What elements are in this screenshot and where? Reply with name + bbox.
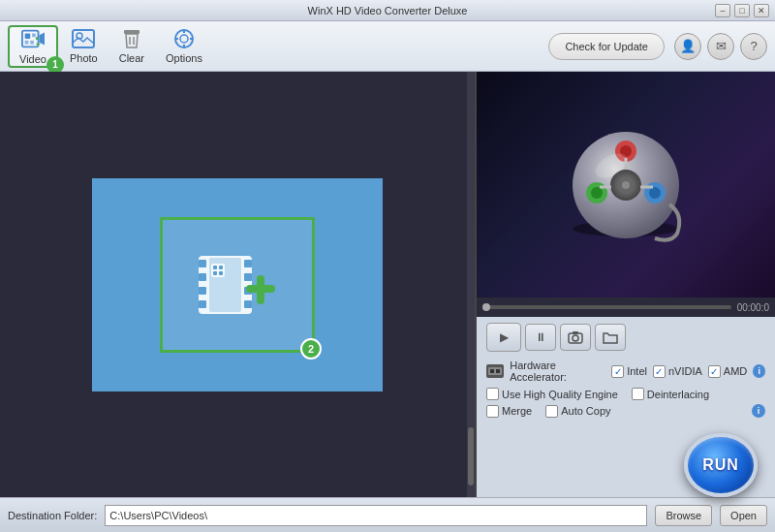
pause-button[interactable]: ⏸	[525, 324, 556, 351]
folder-button[interactable]	[595, 324, 626, 351]
svg-rect-28	[219, 271, 223, 275]
left-panel: 2	[0, 72, 475, 497]
options-icon	[172, 28, 196, 49]
browse-button[interactable]: Browse	[655, 505, 712, 526]
deinterlacing-label: Deinterlacing	[647, 389, 709, 400]
options-button[interactable]: Options	[156, 25, 212, 68]
window-controls: – □ ✕	[715, 4, 769, 17]
svg-rect-2	[32, 33, 36, 37]
svg-point-47	[573, 335, 578, 341]
hw-chip-icon	[486, 364, 504, 378]
video-badge: 1	[46, 56, 64, 74]
deinterlacing-checkbox[interactable]	[632, 388, 644, 400]
options-label: Options	[166, 52, 202, 64]
drop-zone[interactable]: 2	[92, 178, 383, 391]
title-bar: WinX HD Video Converter Deluxe – □ ✕	[0, 0, 775, 21]
toolbar: + Video 1 Photo Clear	[0, 21, 775, 72]
hw-accel-label: Hardware Accelerator:	[510, 360, 605, 383]
svg-rect-7	[73, 30, 94, 47]
svg-rect-24	[211, 264, 225, 277]
svg-point-36	[591, 187, 603, 199]
check-update-button[interactable]: Check for Update	[548, 33, 665, 60]
destination-input[interactable]	[105, 505, 647, 526]
auto-copy-item[interactable]: Auto Copy	[545, 405, 610, 418]
video-button[interactable]: + Video 1	[8, 25, 58, 68]
svg-rect-25	[213, 266, 217, 269]
auto-copy-checkbox[interactable]	[545, 405, 558, 418]
svg-point-13	[180, 35, 188, 43]
user-icon[interactable]: 👤	[674, 33, 701, 60]
merge-checkbox[interactable]	[486, 405, 499, 418]
svg-rect-27	[213, 271, 217, 275]
svg-rect-1	[25, 33, 31, 39]
auto-copy-info-icon[interactable]: i	[752, 404, 765, 418]
hardware-accel-row: Hardware Accelerator: Intel nVIDIA AMD i	[486, 360, 765, 383]
drop-zone-badge: 2	[300, 338, 322, 360]
svg-rect-50	[490, 369, 494, 373]
preview-area	[477, 72, 775, 297]
svg-rect-15	[199, 260, 206, 267]
svg-rect-48	[573, 331, 578, 334]
options-row-1: Use High Quality Engine Deinterlacing	[486, 388, 765, 400]
open-button[interactable]: Open	[720, 505, 767, 526]
svg-rect-16	[199, 273, 206, 281]
options-row-2: Merge Auto Copy i	[486, 404, 765, 418]
right-panel: 00:00:0 ▶ ⏸	[475, 72, 775, 497]
photo-button[interactable]: Photo	[60, 25, 108, 68]
video-icon: +	[21, 27, 45, 50]
svg-rect-30	[257, 275, 264, 304]
play-button[interactable]: ▶	[486, 323, 521, 352]
clear-button[interactable]: Clear	[109, 25, 154, 68]
scrollbar-thumb[interactable]	[468, 427, 474, 485]
svg-point-41	[622, 181, 630, 189]
time-display: 00:00:0	[737, 302, 769, 313]
deinterlacing-item[interactable]: Deinterlacing	[632, 388, 709, 400]
hw-info-icon[interactable]: i	[753, 364, 765, 378]
add-video-icon	[194, 246, 281, 324]
progress-bar-area: 00:00:0	[477, 297, 775, 317]
svg-point-38	[649, 187, 661, 199]
run-section: RUN	[486, 422, 765, 491]
svg-rect-26	[219, 266, 223, 269]
close-button[interactable]: ✕	[754, 4, 769, 17]
bottom-bar: Destination Folder: Browse Open	[0, 497, 775, 532]
intel-checkbox[interactable]	[611, 365, 624, 378]
nvidia-label: nVIDIA	[668, 365, 702, 377]
svg-rect-19	[244, 260, 252, 267]
svg-rect-51	[496, 369, 500, 373]
nvidia-checkbox[interactable]	[653, 365, 666, 378]
add-video-zone[interactable]: 2	[160, 217, 315, 353]
info-btn-icon[interactable]: ?	[740, 33, 767, 60]
clear-icon	[120, 28, 143, 49]
amd-label: AMD	[724, 365, 747, 377]
high-quality-label: Use High Quality Engine	[502, 389, 618, 400]
mail-icon[interactable]: ✉	[707, 33, 734, 60]
amd-checkbox-item[interactable]: AMD	[708, 365, 747, 378]
high-quality-checkbox[interactable]	[486, 388, 499, 400]
run-button[interactable]: RUN	[684, 433, 758, 497]
svg-rect-22	[244, 300, 252, 308]
progress-thumb[interactable]	[482, 303, 490, 311]
snapshot-button[interactable]	[560, 324, 591, 351]
svg-text:+: +	[36, 40, 41, 49]
amd-checkbox[interactable]	[708, 365, 721, 378]
maximize-button[interactable]: □	[734, 4, 750, 17]
intel-checkbox-item[interactable]: Intel	[611, 365, 647, 378]
app-title: WinX HD Video Converter Deluxe	[308, 5, 468, 16]
nvidia-checkbox-item[interactable]: nVIDIA	[653, 365, 702, 378]
merge-label: Merge	[502, 405, 532, 417]
svg-rect-18	[199, 300, 206, 308]
progress-track[interactable]	[482, 305, 731, 309]
svg-rect-4	[30, 41, 34, 45]
high-quality-item[interactable]: Use High Quality Engine	[486, 388, 618, 400]
film-reel-icon	[563, 122, 689, 248]
minimize-button[interactable]: –	[715, 4, 730, 17]
merge-item[interactable]: Merge	[486, 405, 532, 418]
auto-copy-label: Auto Copy	[561, 405, 610, 417]
playback-controls: ▶ ⏸	[486, 323, 765, 352]
photo-label: Photo	[70, 52, 98, 64]
panel-scrollbar[interactable]	[467, 72, 475, 497]
svg-rect-17	[199, 287, 206, 295]
intel-label: Intel	[627, 365, 647, 377]
svg-rect-20	[244, 273, 252, 281]
